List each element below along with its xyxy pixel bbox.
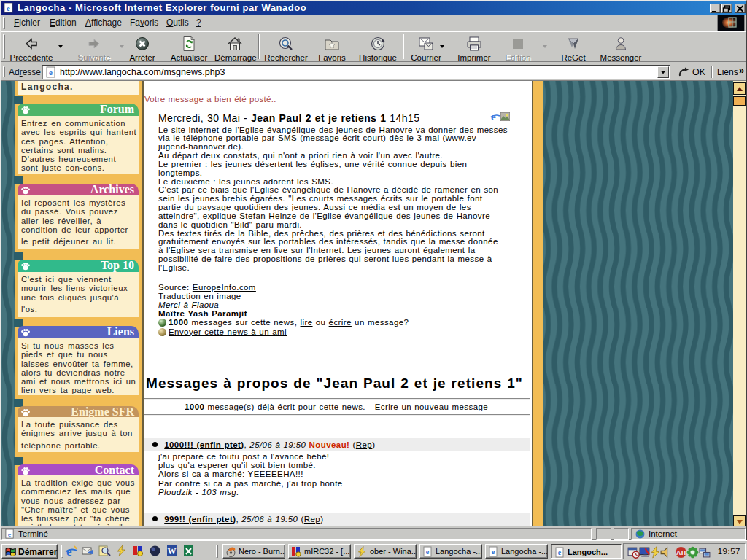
svg-text:ATI: ATI bbox=[676, 549, 686, 556]
svg-text:e: e bbox=[426, 548, 430, 556]
svg-text:e: e bbox=[7, 4, 10, 12]
svg-text:e: e bbox=[558, 548, 562, 556]
svg-text:W: W bbox=[168, 546, 177, 556]
svg-text:e: e bbox=[8, 531, 11, 538]
svg-text:e: e bbox=[492, 548, 495, 556]
svg-text:e: e bbox=[49, 68, 53, 77]
